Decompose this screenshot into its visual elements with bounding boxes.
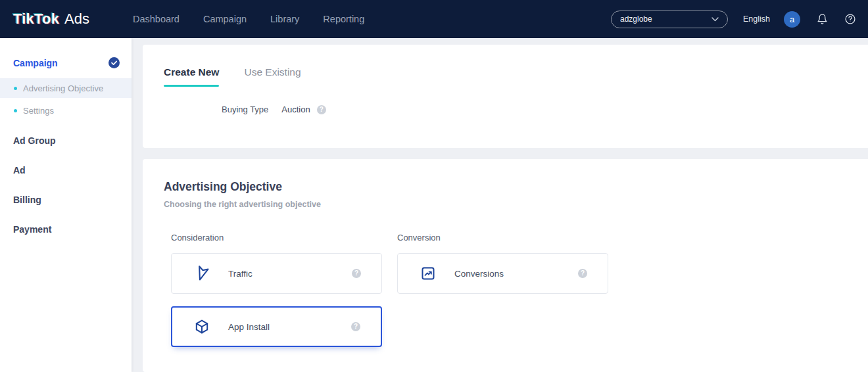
tab-use-existing[interactable]: Use Existing <box>244 66 301 87</box>
objective-option-traffic[interactable]: Traffic ? <box>171 253 382 294</box>
sidebar-item-label: Ad Group <box>13 135 56 146</box>
chevron-down-icon <box>711 17 719 22</box>
navbar-right-group: adzglobe English a <box>611 11 859 28</box>
objective-column-conversion: Conversion Conversions ? <box>397 233 608 360</box>
help-icon[interactable]: ? <box>351 322 360 331</box>
sidebar-item-settings[interactable]: Settings <box>0 101 132 120</box>
sidebar-campaign-label: Campaign <box>13 58 58 68</box>
sidebar-item-ad-group[interactable]: Ad Group <box>0 126 132 155</box>
logo-ads-text: Ads <box>64 11 89 28</box>
account-select[interactable]: adzglobe <box>611 11 728 28</box>
avatar-initial: a <box>790 14 794 24</box>
sidebar-item-advertising-objective[interactable]: Advertising Objective <box>0 78 132 98</box>
check-badge-icon <box>108 57 120 68</box>
trending-up-icon <box>420 266 436 281</box>
sidebar-item-label: Billing <box>13 195 41 205</box>
buying-type-value: Auction <box>281 105 310 114</box>
nav-item-library[interactable]: Library <box>269 10 301 28</box>
objective-column-consideration: Consideration Traffic ? <box>171 233 382 360</box>
logo-tiktok-text: TikTok <box>13 11 59 28</box>
cube-icon <box>194 319 210 335</box>
sidebar: Campaign Advertising Objective Settings … <box>0 38 132 372</box>
sidebar-item-ad[interactable]: Ad <box>0 155 132 185</box>
language-selector[interactable]: English <box>743 14 770 24</box>
nav-item-reporting[interactable]: Reporting <box>322 10 366 28</box>
nav-item-campaign[interactable]: Campaign <box>202 10 248 28</box>
sidebar-section-list: Ad Group Ad Billing Payment <box>0 126 132 244</box>
sidebar-item-payment[interactable]: Payment <box>0 214 132 244</box>
notifications-bell-icon[interactable] <box>817 13 828 25</box>
buying-type-label: Buying Type <box>222 105 268 114</box>
sidebar-item-billing[interactable]: Billing <box>0 185 132 214</box>
tiktok-ads-logo[interactable]: TikTok Ads <box>13 11 89 28</box>
avatar[interactable]: a <box>784 11 800 28</box>
account-select-value: adzglobe <box>620 14 652 24</box>
page-title: Advertising Objective <box>164 180 847 194</box>
navigation-arrow-icon <box>194 266 210 281</box>
page-subtitle: Choosing the right advertising objective <box>164 200 847 209</box>
sidebar-sub-label: Settings <box>23 106 54 116</box>
tab-create-new[interactable]: Create New <box>164 66 219 87</box>
nav-item-dashboard[interactable]: Dashboard <box>132 10 181 28</box>
bullet-icon <box>14 87 17 90</box>
buying-type-row: Buying Type Auction ? <box>164 105 868 114</box>
help-icon[interactable] <box>844 13 856 25</box>
advertising-objective-card: Advertising Objective Choosing the right… <box>143 159 868 372</box>
primary-nav: Dashboard Campaign Library Reporting <box>132 10 366 28</box>
help-icon[interactable]: ? <box>317 105 326 114</box>
objective-option-label: Traffic <box>228 269 253 279</box>
top-navbar: TikTok Ads Dashboard Campaign Library Re… <box>0 0 868 38</box>
campaign-type-card: Create New Use Existing Buying Type Auct… <box>143 45 868 148</box>
bullet-icon <box>14 109 17 112</box>
objective-option-label: Conversions <box>454 269 504 279</box>
objective-option-app-install[interactable]: App Install ? <box>171 306 382 347</box>
help-icon[interactable]: ? <box>352 269 361 278</box>
sidebar-sub-label: Advertising Objective <box>23 83 103 93</box>
objective-option-conversions[interactable]: Conversions ? <box>397 253 608 294</box>
sidebar-item-label: Payment <box>13 224 51 235</box>
column-label-consideration: Consideration <box>171 233 382 243</box>
main-content: Create New Use Existing Buying Type Auct… <box>143 45 868 372</box>
help-icon[interactable]: ? <box>578 269 587 278</box>
objective-option-label: App Install <box>228 322 270 332</box>
sidebar-item-label: Ad <box>13 165 26 175</box>
objective-options-grid: Consideration Traffic ? <box>171 233 847 360</box>
column-label-conversion: Conversion <box>397 233 608 243</box>
create-tabs: Create New Use Existing <box>164 66 868 87</box>
sidebar-item-campaign[interactable]: Campaign <box>0 38 132 78</box>
